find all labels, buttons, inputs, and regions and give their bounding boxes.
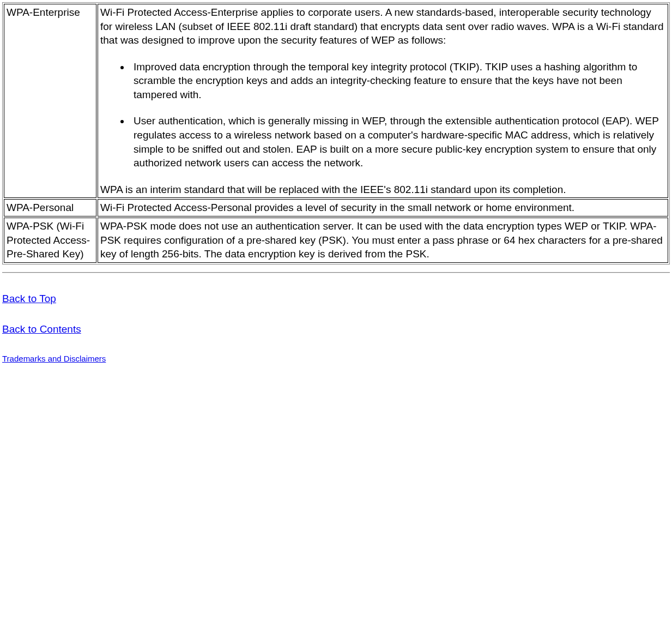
term-cell: WPA-Personal xyxy=(4,199,96,216)
table-row: WPA-Enterprise Wi-Fi Protected Access-En… xyxy=(4,4,668,198)
back-to-top-link[interactable]: Back to Top xyxy=(2,292,56,306)
divider xyxy=(2,272,670,273)
trademarks-link[interactable]: Trademarks and Disclaimers xyxy=(2,353,106,364)
definition-cell: Wi-Fi Protected Access-Personal provides… xyxy=(98,199,668,216)
term-cell: WPA-Enterprise xyxy=(4,4,96,198)
list-item: Improved data encryption through the tem… xyxy=(130,60,665,102)
definition-intro: Wi-Fi Protected Access-Enterprise applie… xyxy=(100,5,665,47)
definition-cell: Wi-Fi Protected Access-Enterprise applie… xyxy=(98,4,668,198)
term-cell: WPA-PSK (Wi-Fi Protected Access-Pre-Shar… xyxy=(4,218,96,263)
table-row: WPA-Personal Wi-Fi Protected Access-Pers… xyxy=(4,199,668,216)
table-row: WPA-PSK (Wi-Fi Protected Access-Pre-Shar… xyxy=(4,218,668,263)
back-to-contents-link[interactable]: Back to Contents xyxy=(2,322,81,336)
glossary-table: WPA-Enterprise Wi-Fi Protected Access-En… xyxy=(2,2,670,264)
definition-outro: WPA is an interim standard that will be … xyxy=(100,183,665,197)
definition-list: Improved data encryption through the tem… xyxy=(100,60,665,170)
definition-cell: WPA-PSK mode does not use an authenticat… xyxy=(98,218,668,263)
list-item: User authentication, which is generally … xyxy=(130,114,665,170)
